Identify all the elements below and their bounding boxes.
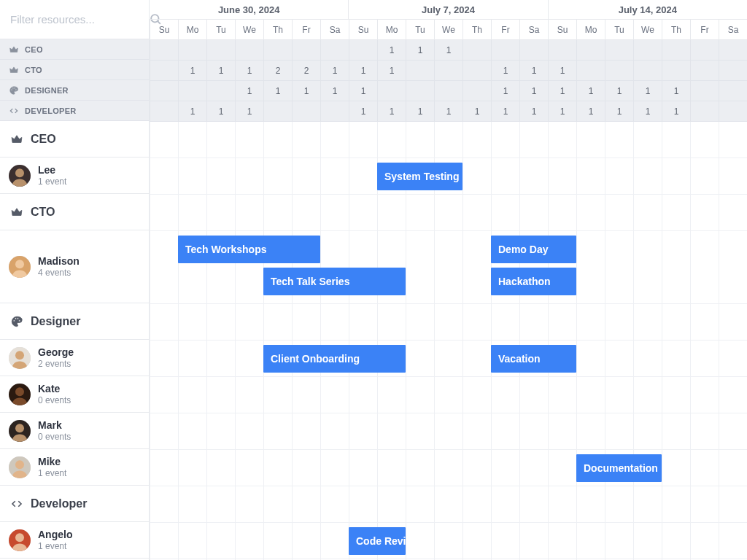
summary-role-label: CTO — [25, 66, 42, 74]
summary-grid: 1111112211111111111111111111111111111111… — [150, 40, 747, 122]
person-event-count: 1 event — [38, 468, 66, 478]
search-input[interactable] — [10, 13, 149, 26]
person-band[interactable] — [150, 377, 747, 413]
summary-cell — [320, 101, 349, 121]
timeline-headers: June 30, 2024July 7, 2024July 14, 2024 S… — [150, 0, 747, 40]
group-label: Developer — [31, 497, 87, 510]
summary-cell — [662, 61, 690, 80]
summary-grid-row: 111111111111 — [150, 81, 747, 101]
code-icon — [9, 106, 19, 116]
group-header-developer[interactable]: Developer — [0, 486, 149, 522]
summary-cell: 1 — [662, 101, 690, 121]
svg-point-15 — [15, 533, 24, 542]
summary-cell — [690, 81, 719, 101]
summary-cell — [263, 40, 292, 60]
crown-icon — [10, 206, 23, 219]
summary-cell: 1 — [406, 40, 434, 60]
summary-cell: 1 — [576, 81, 605, 101]
summary-cell: 1 — [633, 101, 662, 121]
event-bar[interactable]: System Testing — [377, 163, 462, 190]
crown-icon — [10, 133, 23, 146]
summary-cell: 1 — [519, 101, 548, 121]
summary-cell — [690, 101, 719, 121]
person-name: George — [38, 346, 74, 359]
summary-cell — [150, 40, 178, 60]
person-band[interactable]: Client OnboardingVacation — [150, 341, 747, 377]
summary-cell — [150, 61, 178, 80]
group-header-ceo[interactable]: CEO — [0, 121, 149, 158]
day-label: Sa — [719, 19, 747, 39]
event-bar[interactable]: Hackathon — [491, 268, 576, 295]
group-header-cto[interactable]: CTO — [0, 194, 149, 230]
person-event-count: 4 events — [38, 268, 80, 278]
person-row-mark[interactable]: Mark0 events — [0, 413, 149, 449]
day-label: Th — [462, 19, 491, 39]
week-label: July 14, 2024 — [548, 0, 747, 19]
person-name: Angelo — [38, 529, 72, 541]
day-label: We — [434, 19, 462, 39]
summary-cell — [349, 40, 377, 60]
summary-cell: 1 — [548, 101, 576, 121]
group-header-designer[interactable]: Designer — [0, 303, 149, 340]
avatar — [9, 165, 31, 187]
person-row-kate[interactable]: Kate0 events — [0, 376, 149, 413]
event-bar[interactable]: Code Review — [349, 527, 406, 555]
day-label: Su — [548, 19, 576, 39]
summary-role-designer[interactable]: DESIGNER — [0, 80, 149, 101]
person-event-count: 0 events — [38, 432, 71, 442]
person-row-angelo[interactable]: Angelo1 event — [0, 522, 149, 559]
summary-cell: 1 — [377, 61, 406, 80]
summary-role-cto[interactable]: CTO — [0, 60, 149, 80]
summary-cell — [150, 101, 178, 121]
summary-cell — [690, 61, 719, 80]
summary-cell — [150, 81, 178, 101]
summary-role-developer[interactable]: DEVELOPER — [0, 101, 149, 121]
day-label: Fr — [292, 19, 320, 39]
person-event-count: 2 events — [38, 359, 74, 369]
person-band[interactable]: System Testing — [150, 158, 747, 195]
person-band[interactable]: Documentation — [150, 450, 747, 486]
event-bar[interactable]: Documentation — [576, 454, 662, 482]
day-label: Mo — [576, 19, 605, 39]
summary-cell — [462, 61, 491, 80]
summary-cell — [406, 61, 434, 80]
person-row-george[interactable]: George2 events — [0, 340, 149, 376]
crown-icon — [9, 44, 19, 55]
day-label: Mo — [178, 19, 206, 39]
avatar — [9, 347, 31, 369]
person-name: Mark — [38, 419, 71, 432]
person-band[interactable]: Code Review — [150, 523, 747, 559]
person-row-lee[interactable]: Lee1 event — [0, 158, 149, 194]
event-bar[interactable]: Vacation — [491, 345, 576, 373]
summary-cell — [377, 81, 406, 101]
avatar — [9, 384, 31, 405]
summary-cell: 1 — [292, 81, 320, 101]
day-label: Th — [263, 19, 292, 39]
summary-cell — [178, 81, 206, 101]
summary-role-ceo[interactable]: CEO — [0, 39, 149, 60]
summary-cell — [633, 61, 662, 80]
avatar — [9, 420, 31, 442]
event-bar[interactable]: Tech Workshops — [178, 236, 320, 263]
person-row-mike[interactable]: Mike1 event — [0, 449, 149, 486]
summary-cell: 2 — [263, 61, 292, 80]
person-event-count: 1 event — [38, 176, 66, 187]
avatar — [9, 529, 31, 551]
summary-grid-row: 111111111111111 — [150, 101, 747, 122]
person-row-madison[interactable]: Madison4 events — [0, 230, 149, 303]
avatar — [9, 456, 31, 478]
summary-cell — [576, 40, 605, 60]
summary-cell: 1 — [434, 40, 462, 60]
summary-cell — [263, 101, 292, 121]
person-band[interactable] — [150, 413, 747, 450]
day-label: Sa — [519, 19, 548, 39]
timeline-grid: June 30, 2024July 7, 2024July 14, 2024 S… — [150, 0, 747, 560]
event-bar[interactable]: Tech Talk Series — [263, 268, 406, 295]
app-root: CEOCTODESIGNERDEVELOPER CEOLee1 eventCTO… — [0, 0, 747, 560]
event-bar[interactable]: Demo Day — [491, 236, 576, 263]
person-band[interactable]: Tech WorkshopsDemo DayTech Talk SeriesHa… — [150, 231, 747, 304]
summary-cell — [719, 101, 747, 121]
event-bar[interactable]: Client Onboarding — [263, 345, 406, 373]
summary-grid-row: 111 — [150, 40, 747, 61]
person-name: Lee — [38, 164, 66, 176]
